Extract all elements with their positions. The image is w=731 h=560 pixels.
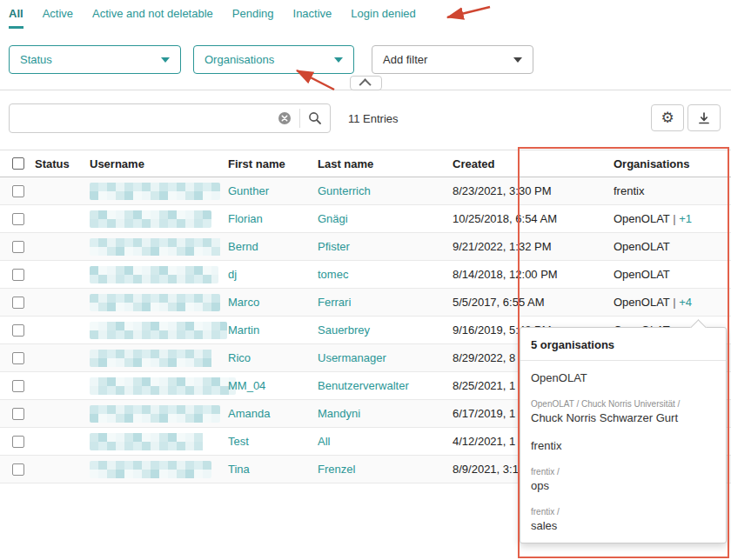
last-name-link[interactable]: tomec <box>318 268 348 281</box>
last-name-link[interactable]: Mandyni <box>318 407 360 420</box>
row-checkbox[interactable] <box>12 408 24 420</box>
first-name-link[interactable]: Rico <box>228 351 251 364</box>
column-header-organisations[interactable]: Organisations <box>614 157 731 170</box>
first-name-link[interactable]: Marco <box>228 296 259 309</box>
popup-org-item: frentix /sales <box>531 507 715 532</box>
created-cell: 8/23/2021, 3:30 PM <box>453 184 614 197</box>
blurred-username <box>90 433 206 450</box>
row-checkbox-cell <box>0 436 35 448</box>
column-header-username[interactable]: Username <box>90 157 228 170</box>
organisations-filter-dropdown[interactable]: Organisations <box>193 45 354 74</box>
download-button[interactable] <box>687 104 721 131</box>
first-name-link[interactable]: Amanda <box>228 407 270 420</box>
clear-search-icon[interactable] <box>270 104 299 132</box>
first-name-cell: MM_04 <box>228 379 318 392</box>
blurred-username <box>90 461 211 478</box>
first-name-link[interactable]: Gunther <box>228 184 269 197</box>
row-checkbox[interactable] <box>12 269 24 281</box>
blurred-username <box>90 377 236 395</box>
last-name-cell: Usermanager <box>318 351 453 364</box>
chevron-down-icon <box>161 57 170 63</box>
tab-active-and-not-deletable[interactable]: Active and not deletable <box>92 7 213 26</box>
last-name-link[interactable]: Usermanager <box>318 351 386 364</box>
first-name-link[interactable]: Test <box>228 435 249 448</box>
blurred-username <box>90 322 227 339</box>
chevron-up-icon <box>359 78 371 90</box>
search-icon[interactable] <box>300 104 330 132</box>
row-checkbox-cell <box>0 297 35 309</box>
tab-login-denied[interactable]: Login denied <box>351 7 415 26</box>
first-name-cell: Rico <box>228 351 318 364</box>
first-name-cell: Gunther <box>228 184 318 197</box>
row-checkbox[interactable] <box>12 352 24 364</box>
table-settings-button[interactable]: ⚙ <box>651 104 684 131</box>
tab-pending[interactable]: Pending <box>232 7 274 26</box>
organisation-name: OpenOLAT <box>614 296 670 309</box>
created-cell: 9/21/2022, 1:32 PM <box>453 240 614 253</box>
first-name-link[interactable]: MM_04 <box>228 379 265 392</box>
organisations-filter-label: Organisations <box>205 53 274 66</box>
column-header-created[interactable]: Created <box>453 157 614 170</box>
add-filter-dropdown[interactable]: Add filter <box>372 45 533 74</box>
row-checkbox[interactable] <box>12 297 24 309</box>
blurred-username <box>90 183 220 200</box>
popup-divider <box>520 360 726 361</box>
search-input[interactable] <box>10 104 270 132</box>
select-all-checkbox[interactable] <box>12 157 24 170</box>
last-name-link[interactable]: Frenzel <box>318 463 355 476</box>
last-name-link[interactable]: Sauerbrey <box>318 323 370 337</box>
first-name-link[interactable]: Bernd <box>228 240 258 253</box>
last-name-cell: tomec <box>318 268 453 281</box>
chevron-down-icon <box>334 57 343 63</box>
first-name-link[interactable]: Martin <box>228 323 259 337</box>
last-name-link[interactable]: Ferrari <box>318 296 351 309</box>
row-checkbox[interactable] <box>12 380 24 392</box>
status-filter-dropdown[interactable]: Status <box>9 45 181 74</box>
username-cell <box>90 405 228 423</box>
created-cell: 8/14/2018, 12:00 PM <box>453 268 614 281</box>
last-name-link[interactable]: Gnägi <box>318 212 348 225</box>
first-name-link[interactable]: Florian <box>228 212 263 225</box>
org-name: OpenOLAT <box>531 371 715 384</box>
row-checkbox-cell <box>0 352 35 364</box>
row-checkbox[interactable] <box>12 463 24 476</box>
first-name-link[interactable]: Tina <box>228 463 250 476</box>
last-name-link[interactable]: Benutzerverwalter <box>318 379 409 392</box>
status-tabs: AllActiveActive and not deletablePending… <box>9 7 416 29</box>
first-name-cell: dj <box>228 268 318 281</box>
row-checkbox[interactable] <box>12 213 24 225</box>
collapse-filters-button[interactable] <box>350 76 382 90</box>
last-name-link[interactable]: Gunterrich <box>318 184 371 197</box>
row-checkbox[interactable] <box>12 436 24 448</box>
first-name-cell: Amanda <box>228 407 318 420</box>
table-row: Marco Ferrari 5/5/2017, 6:55 AM OpenOLAT… <box>0 289 731 317</box>
column-header-first-name[interactable]: First name <box>228 157 318 170</box>
last-name-cell: Frenzel <box>318 463 453 476</box>
first-name-link[interactable]: dj <box>228 268 237 281</box>
status-filter-label: Status <box>20 53 52 66</box>
last-name-cell: Sauerbrey <box>318 323 453 337</box>
column-header-status[interactable]: Status <box>35 157 90 170</box>
org-more-link[interactable]: +1 <box>679 212 692 225</box>
table-header-row: StatusUsernameFirst nameLast nameCreated… <box>0 150 731 177</box>
org-path: OpenOLAT / Chuck Norris Universität / <box>531 399 715 409</box>
last-name-link[interactable]: Pfister <box>318 240 350 253</box>
row-checkbox-cell <box>0 213 35 225</box>
org-more-link[interactable]: +4 <box>679 296 692 309</box>
tab-inactive[interactable]: Inactive <box>293 7 332 26</box>
last-name-link[interactable]: All <box>318 435 330 448</box>
tab-all[interactable]: All <box>9 7 23 29</box>
org-separator: | <box>670 212 680 225</box>
last-name-cell: Mandyni <box>318 407 453 420</box>
first-name-cell: Florian <box>228 212 318 225</box>
column-header-last-name[interactable]: Last name <box>318 157 453 170</box>
row-checkbox-cell <box>0 185 35 197</box>
row-checkbox[interactable] <box>12 324 24 337</box>
organisations-cell: OpenOLAT | +4 <box>614 296 731 309</box>
last-name-cell: All <box>318 435 453 448</box>
org-name: sales <box>531 519 715 532</box>
row-checkbox[interactable] <box>12 241 24 253</box>
annotation-arrow-login-denied <box>447 7 490 17</box>
row-checkbox[interactable] <box>12 185 24 197</box>
tab-active[interactable]: Active <box>43 7 73 26</box>
